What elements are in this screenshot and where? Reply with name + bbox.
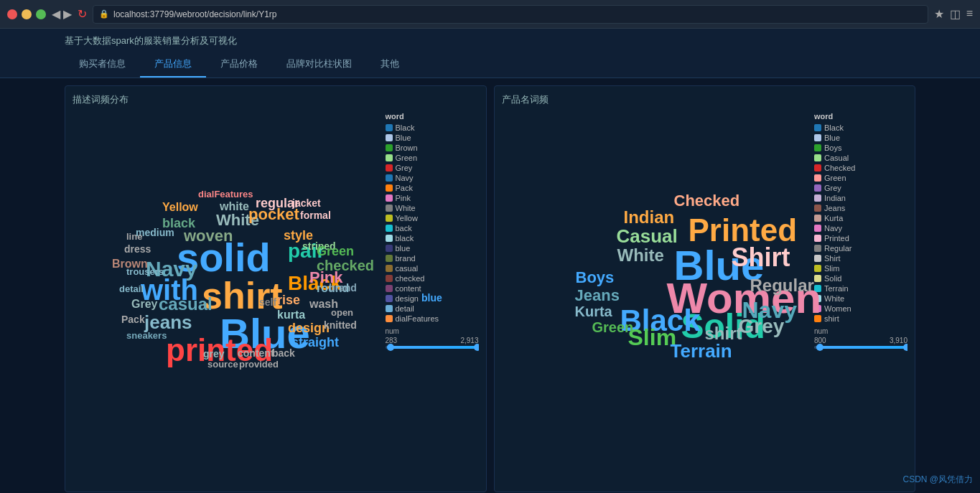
legend-item[interactable]: Indian bbox=[814, 194, 907, 202]
slider-left-range: 283 2,913 bbox=[386, 337, 479, 344]
legend-item[interactable]: Grey bbox=[386, 164, 479, 172]
legend-item-label: Green bbox=[396, 154, 418, 162]
legend-item[interactable]: detail bbox=[386, 304, 479, 313]
word-cloud-word: knitted bbox=[324, 320, 357, 330]
word-cloud-right: WomenBluePrintedSolidBlackShirtNavyGreyS… bbox=[502, 112, 809, 484]
tab-buyer-info[interactable]: 购买者信息 bbox=[65, 52, 140, 78]
legend-item[interactable]: Brown bbox=[386, 144, 479, 152]
legend-item-label: Pack bbox=[396, 184, 413, 192]
refresh-icon[interactable]: ↻ bbox=[78, 7, 87, 21]
word-cloud-word: content bbox=[238, 348, 274, 358]
legend-item[interactable]: Pink bbox=[386, 194, 479, 202]
legend-item[interactable]: Checked bbox=[814, 164, 907, 172]
forward-arrow-icon[interactable]: ▶ bbox=[63, 7, 72, 21]
legend-item[interactable]: Solid bbox=[814, 274, 907, 283]
word-cloud-word: detail bbox=[119, 284, 144, 294]
slider-right[interactable]: num 800 3,910 bbox=[814, 327, 907, 349]
legend-color-swatch bbox=[814, 134, 821, 141]
legend-item[interactable]: shirt bbox=[814, 314, 907, 323]
legend-item[interactable]: brand bbox=[386, 254, 479, 263]
legend-item-label: shirt bbox=[824, 314, 839, 323]
legend-item-label: Grey bbox=[396, 164, 413, 172]
slider-right-thumb-left[interactable] bbox=[816, 344, 823, 351]
legend-item-label: Blue bbox=[396, 133, 411, 142]
watermark: CSDN @风凭借力 bbox=[902, 474, 973, 486]
word-cloud-word: source bbox=[207, 360, 238, 369]
word-cloud-word: dress bbox=[124, 244, 151, 254]
tab-product-info[interactable]: 产品信息 bbox=[140, 52, 206, 78]
legend-item[interactable]: Women bbox=[814, 304, 907, 313]
word-cloud-word: jeans bbox=[144, 313, 192, 332]
word-cloud-word: formal bbox=[300, 210, 331, 220]
legend-item[interactable]: Terrain bbox=[814, 284, 907, 293]
word-cloud-word: Pack bbox=[121, 314, 145, 324]
slider-left-thumb-left[interactable] bbox=[387, 344, 394, 351]
legend-color-swatch bbox=[814, 215, 821, 222]
legend-item[interactable]: Slim bbox=[814, 264, 907, 273]
legend-color-swatch bbox=[386, 235, 393, 242]
slider-left-thumb-right[interactable] bbox=[474, 344, 479, 351]
legend-item[interactable]: Printed bbox=[814, 234, 907, 243]
legend-color-swatch bbox=[814, 205, 821, 212]
legend-item[interactable]: Navy bbox=[814, 224, 907, 233]
panel-left-title: 描述词频分布 bbox=[73, 93, 479, 106]
legend-item[interactable]: Green bbox=[386, 154, 479, 162]
word-cloud-word: Boys bbox=[576, 270, 615, 286]
legend-color-swatch bbox=[386, 275, 393, 282]
legend-color-swatch bbox=[386, 265, 393, 272]
legend-right-title: word bbox=[814, 112, 907, 121]
slider-right-range: 800 3,910 bbox=[814, 337, 907, 344]
extensions-icon[interactable]: ◫ bbox=[950, 7, 961, 21]
legend-item-label: Terrain bbox=[824, 284, 849, 293]
legend-color-swatch bbox=[386, 154, 393, 161]
legend-item-label: Brown bbox=[396, 144, 418, 152]
slider-right-thumb-right[interactable] bbox=[903, 344, 908, 351]
legend-item[interactable]: Jeans bbox=[814, 204, 907, 212]
legend-item-label: Kurta bbox=[824, 214, 843, 222]
word-cloud-word: Grey bbox=[739, 316, 785, 337]
legend-color-swatch bbox=[814, 265, 821, 272]
legend-item[interactable]: White bbox=[386, 204, 479, 212]
legend-item[interactable]: Regular bbox=[814, 244, 907, 253]
slider-left[interactable]: num 283 2,913 bbox=[386, 327, 479, 349]
maximize-button[interactable] bbox=[36, 9, 46, 19]
legend-item[interactable]: Yellow bbox=[386, 214, 479, 222]
legend-item[interactable]: blue bbox=[386, 244, 479, 253]
slider-left-fill bbox=[387, 346, 476, 349]
legend-item[interactable]: casual bbox=[386, 264, 479, 273]
slider-left-track[interactable] bbox=[386, 346, 479, 349]
legend-item[interactable]: Boys bbox=[814, 144, 907, 152]
legend-item[interactable]: black bbox=[386, 234, 479, 243]
legend-item[interactable]: White bbox=[814, 294, 907, 303]
legend-item[interactable]: Kurta bbox=[814, 214, 907, 222]
legend-color-swatch bbox=[814, 124, 821, 131]
legend-item[interactable]: Blue bbox=[814, 133, 907, 142]
tab-brand-comparison[interactable]: 品牌对比柱状图 bbox=[272, 52, 366, 78]
word-cloud-word: Casual bbox=[617, 227, 678, 245]
legend-item[interactable]: checked bbox=[386, 274, 479, 283]
legend-item[interactable]: Casual bbox=[814, 154, 907, 162]
slider-right-track[interactable] bbox=[814, 346, 907, 349]
close-button[interactable] bbox=[7, 9, 17, 19]
legend-item[interactable]: Black bbox=[386, 123, 479, 132]
lock-icon: 🔒 bbox=[99, 9, 109, 19]
legend-item[interactable]: Pack bbox=[386, 184, 479, 192]
star-icon[interactable]: ★ bbox=[934, 7, 944, 21]
legend-item-label: Printed bbox=[824, 234, 849, 243]
legend-item[interactable]: Black bbox=[814, 123, 907, 132]
menu-icon[interactable]: ≡ bbox=[966, 7, 973, 21]
tab-product-price[interactable]: 产品价格 bbox=[206, 52, 272, 78]
minimize-button[interactable] bbox=[22, 9, 32, 19]
legend-item[interactable]: Green bbox=[814, 174, 907, 182]
legend-item[interactable]: dialFeatures bbox=[386, 314, 479, 323]
legend-item[interactable]: Blue bbox=[386, 133, 479, 142]
tab-others[interactable]: 其他 bbox=[366, 52, 414, 78]
back-arrow-icon[interactable]: ◀ bbox=[52, 7, 60, 21]
legend-item[interactable]: back bbox=[386, 224, 479, 233]
word-cloud-word: jacket bbox=[292, 198, 321, 208]
legend-item[interactable]: Navy bbox=[386, 174, 479, 182]
legend-item[interactable]: Shirt bbox=[814, 254, 907, 263]
legend-item[interactable]: Grey bbox=[814, 184, 907, 192]
legend-color-swatch bbox=[814, 174, 821, 182]
legend-item-label: Shirt bbox=[824, 254, 841, 263]
